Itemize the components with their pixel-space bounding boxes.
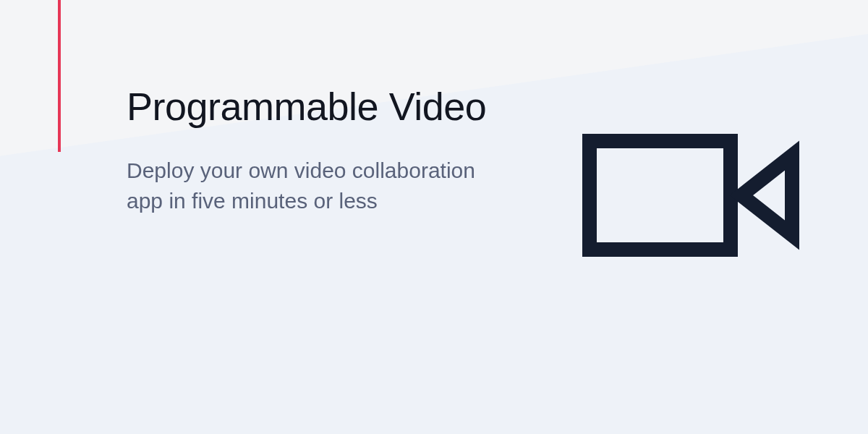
accent-bar	[58, 0, 61, 152]
svg-rect-0	[590, 141, 731, 250]
hero-title: Programmable Video	[127, 85, 503, 128]
video-camera-icon	[582, 127, 799, 267]
hero-subtitle: Deploy your own video collaboration app …	[127, 156, 503, 216]
hero-content: Programmable Video Deploy your own video…	[127, 85, 503, 216]
